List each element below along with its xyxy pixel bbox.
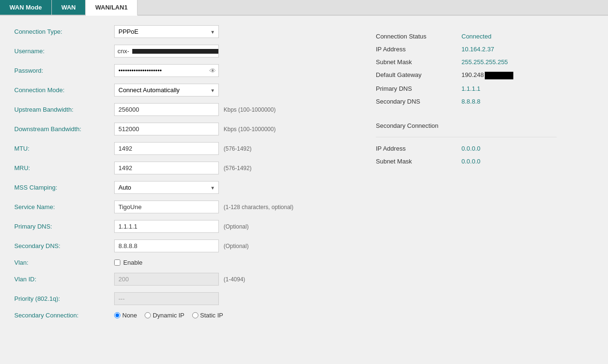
service-name-hint: (1-128 characters, optional) — [224, 204, 294, 211]
sec-ip-row: IP Address 0.0.0.0 — [376, 142, 557, 155]
secondary-dns-status-row: Secondary DNS 8.8.8.8 — [376, 95, 557, 108]
username-label: Username: — [14, 48, 109, 55]
tab-wan-lan1[interactable]: WAN/LAN1 — [86, 0, 137, 16]
vlan-id-label: Vlan ID: — [14, 276, 109, 283]
status-table: Connection Status Connected IP Address 1… — [376, 30, 557, 168]
username-suffix-redacted — [132, 49, 218, 54]
sec-subnet-row: Subnet Mask 0.0.0.0 — [376, 155, 557, 168]
upstream-row: Upstream Bandwidth: 256000 Kbps (100-100… — [14, 103, 357, 116]
main-content: Connection Type: PPPoE DHCP Static IP ▼ … — [0, 16, 608, 335]
service-name-row: Service Name: TigoUne (1-128 characters,… — [14, 201, 357, 213]
radio-static-label: Static IP — [200, 312, 223, 319]
password-label: Password: — [14, 67, 109, 74]
vlan-checkbox-row: Enable — [114, 259, 142, 266]
password-input[interactable] — [114, 64, 219, 77]
conn-status-label: Connection Status — [376, 33, 452, 40]
connection-mode-select[interactable]: Connect Automatically Connect on Demand … — [114, 84, 219, 96]
priority-input[interactable]: --- — [114, 292, 219, 305]
vlan-id-input[interactable]: 200 — [114, 273, 219, 286]
connection-type-select[interactable]: PPPoE DHCP Static IP — [114, 25, 219, 38]
subnet-mask-row: Subnet Mask 255.255.255.255 — [376, 56, 557, 68]
tab-wan-mode[interactable]: WAN Mode — [0, 0, 52, 15]
gateway-partial: 190.248 — [461, 71, 484, 78]
default-gateway-value: 190.248 — [461, 71, 513, 79]
left-panel: Connection Type: PPPoE DHCP Static IP ▼ … — [14, 25, 357, 326]
primary-dns-status-value: 1.1.1.1 — [461, 85, 481, 92]
password-wrapper: 👁 — [114, 64, 219, 77]
ip-address-value: 10.164.2.37 — [461, 46, 494, 53]
primary-dns-input[interactable]: 1.1.1.1 — [114, 220, 219, 233]
vlan-enable-label: Enable — [123, 259, 142, 266]
radio-none-label: None — [122, 312, 137, 319]
secondary-dns-status-label: Secondary DNS — [376, 98, 452, 105]
tab-bar: WAN Mode WAN WAN/LAN1 — [0, 0, 608, 16]
service-name-input[interactable]: TigoUne — [114, 201, 219, 213]
vlan-label: Vlan: — [14, 259, 109, 266]
sec-subnet-value: 0.0.0.0 — [461, 158, 481, 165]
primary-dns-row: Primary DNS: 1.1.1.1 (Optional) — [14, 220, 357, 233]
gateway-redacted — [485, 72, 513, 79]
tab-wan[interactable]: WAN — [52, 0, 86, 15]
downstream-hint: Kbps (100-1000000) — [224, 126, 275, 133]
secondary-dns-row: Secondary DNS: 8.8.8.8 (Optional) — [14, 239, 357, 252]
default-gateway-row: Default Gateway 190.248 — [376, 68, 557, 82]
subnet-mask-value: 255.255.255.255 — [461, 58, 508, 66]
conn-status-row: Connection Status Connected — [376, 30, 557, 43]
password-toggle-icon[interactable]: 👁 — [209, 67, 216, 75]
primary-dns-hint: (Optional) — [224, 223, 249, 230]
mss-label: MSS Clamping: — [14, 184, 109, 191]
secondary-connection-title: Secondary Connection — [376, 117, 557, 132]
upstream-hint: Kbps (100-1000000) — [224, 106, 275, 113]
downstream-input[interactable]: 512000 — [114, 123, 219, 135]
mss-select[interactable]: Auto Manual — [114, 181, 219, 194]
subnet-mask-label: Subnet Mask — [376, 58, 452, 66]
secondary-conn-radios: None Dynamic IP Static IP — [114, 312, 223, 319]
secondary-conn-label: Secondary Connection: — [14, 312, 109, 319]
vlan-checkbox[interactable] — [114, 259, 120, 266]
connection-type-row: Connection Type: PPPoE DHCP Static IP ▼ — [14, 25, 357, 38]
mtu-input[interactable]: 1492 — [114, 142, 219, 155]
connection-mode-label: Connection Mode: — [14, 86, 109, 94]
sec-ip-value: 0.0.0.0 — [461, 145, 481, 152]
radio-dynamic-option: Dynamic IP — [145, 312, 184, 319]
radio-dynamic-label: Dynamic IP — [153, 312, 184, 319]
password-row: Password: 👁 — [14, 64, 357, 77]
service-name-label: Service Name: — [14, 203, 109, 211]
sec-subnet-label: Subnet Mask — [376, 158, 452, 165]
mru-input[interactable]: 1492 — [114, 162, 219, 174]
upstream-input[interactable]: 256000 — [114, 103, 219, 116]
primary-dns-status-label: Primary DNS — [376, 85, 452, 92]
mss-row: MSS Clamping: Auto Manual ▼ — [14, 181, 357, 194]
radio-none-option: None — [114, 312, 137, 319]
vlan-id-row: Vlan ID: 200 (1-4094) — [14, 273, 357, 286]
default-gateway-label: Default Gateway — [376, 71, 452, 79]
mtu-row: MTU: 1492 (576-1492) — [14, 142, 357, 155]
secondary-conn-row: Secondary Connection: None Dynamic IP St… — [14, 312, 357, 319]
connection-mode-row: Connection Mode: Connect Automatically C… — [14, 84, 357, 96]
primary-dns-status-row: Primary DNS 1.1.1.1 — [376, 82, 557, 95]
vlan-id-hint: (1-4094) — [224, 276, 245, 283]
downstream-row: Downstream Bandwidth: 512000 Kbps (100-1… — [14, 123, 357, 135]
mru-label: MRU: — [14, 164, 109, 172]
connection-type-label: Connection Type: — [14, 28, 109, 35]
mtu-label: MTU: — [14, 145, 109, 152]
downstream-label: Downstream Bandwidth: — [14, 125, 109, 133]
divider — [376, 137, 557, 137]
connection-mode-select-wrapper: Connect Automatically Connect on Demand … — [114, 84, 219, 96]
mss-select-wrapper: Auto Manual ▼ — [114, 181, 219, 194]
ip-address-label: IP Address — [376, 46, 452, 53]
connection-type-select-wrapper: PPPoE DHCP Static IP ▼ — [114, 25, 219, 38]
username-row: Username: cnx- — [14, 45, 357, 57]
secondary-dns-input[interactable]: 8.8.8.8 — [114, 239, 219, 252]
vlan-row: Vlan: Enable — [14, 259, 357, 266]
primary-dns-label: Primary DNS: — [14, 223, 109, 230]
secondary-dns-status-value: 8.8.8.8 — [461, 98, 481, 105]
radio-none[interactable] — [114, 312, 120, 318]
mtu-hint: (576-1492) — [224, 145, 252, 152]
secondary-dns-label: Secondary DNS: — [14, 242, 109, 249]
username-prefix: cnx- — [115, 45, 132, 57]
radio-static[interactable] — [192, 312, 198, 318]
ip-address-row: IP Address 10.164.2.37 — [376, 43, 557, 56]
username-wrapper: cnx- — [114, 45, 219, 57]
radio-dynamic[interactable] — [145, 312, 151, 318]
